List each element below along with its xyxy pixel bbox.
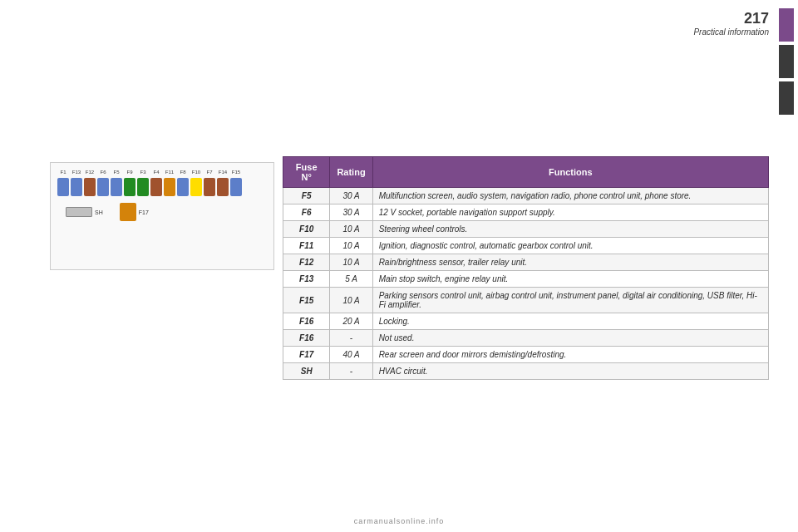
- fuse-bottom-row: SH F17: [66, 203, 267, 221]
- fuse-cell-rating: 30 A: [330, 188, 372, 204]
- fuse-cell-rating: 10 A: [330, 288, 372, 313]
- fuse-lbl-f10: F10: [190, 170, 202, 175]
- fuse-lbl-f3: F3: [137, 170, 149, 175]
- table-row: F630 A12 V socket, portable navigation s…: [283, 204, 769, 221]
- fuse-diagram: F1 F13 F12 F6 F5 F9 F3 F4 F11 F8 F10 F7 …: [50, 162, 274, 270]
- right-sidebar: [775, 0, 798, 532]
- table-row: SH-HVAC circuit.: [283, 363, 769, 380]
- fuse-lbl-f1: F1: [57, 170, 69, 175]
- fuse-cell-rating: 10 A: [330, 221, 372, 238]
- fuse-cell-rating: -: [330, 363, 372, 380]
- fuse-cell-rating: -: [330, 330, 372, 347]
- fuse-block-f1: [57, 178, 69, 196]
- table-row: F16-Not used.: [283, 330, 769, 347]
- fuse-lbl-f13: F13: [71, 170, 82, 175]
- table-row: F1740 ARear screen and door mirrors demi…: [283, 347, 769, 363]
- fuse-block-f4: [150, 178, 162, 196]
- fuse-cell-fuse: F15: [283, 288, 330, 313]
- sidebar-block-dark1: [779, 45, 794, 78]
- fuse-block-f12: [84, 178, 96, 196]
- fuse-f17-group: F17: [120, 203, 149, 221]
- fuse-cell-function: Locking.: [372, 313, 768, 330]
- sidebar-block-purple: [779, 8, 794, 42]
- fuse-cell-rating: 40 A: [330, 347, 372, 363]
- fuse-cell-rating: 30 A: [330, 204, 372, 221]
- fuse-f17-rect: [120, 203, 136, 221]
- table-row: F530 AMultifunction screen, audio system…: [283, 188, 769, 204]
- sidebar-block-dark2: [779, 81, 794, 115]
- fuse-block-f7: [204, 178, 215, 196]
- fuse-lbl-f9: F9: [124, 170, 135, 175]
- fuse-cell-fuse: F10: [283, 221, 330, 238]
- fuse-lbl-f14: F14: [217, 170, 229, 175]
- fuse-lbl-f4: F4: [150, 170, 162, 175]
- fuse-cell-fuse: F6: [283, 204, 330, 221]
- fuse-block-f8: [177, 178, 189, 196]
- fuse-cell-function: HVAC circuit.: [372, 363, 768, 380]
- fuse-f17-label: F17: [139, 209, 149, 215]
- fuse-cell-fuse: SH: [283, 363, 330, 380]
- fuse-cell-rating: 10 A: [330, 238, 372, 254]
- fuse-cell-fuse: F13: [283, 271, 330, 288]
- fuse-lbl-f8: F8: [177, 170, 189, 175]
- fuse-cell-fuse: F17: [283, 347, 330, 363]
- fuse-lbl-f7: F7: [204, 170, 215, 175]
- fuse-lbl-f5: F5: [111, 170, 122, 175]
- fuse-table: Fuse N° Rating Functions F530 AMultifunc…: [283, 156, 769, 380]
- fuse-cell-function: Rain/brightness sensor, trailer relay un…: [372, 254, 768, 271]
- fuse-cell-function: Parking sensors control unit, airbag con…: [372, 288, 768, 313]
- fuse-lbl-f15: F15: [230, 170, 242, 175]
- fuse-block-f15: [230, 178, 242, 196]
- fuse-sh-group: SH: [66, 207, 103, 217]
- fuse-cell-function: Main stop switch, engine relay unit.: [372, 271, 768, 288]
- fuse-cell-function: 12 V socket, portable navigation support…: [372, 204, 768, 221]
- table-row: F1210 ARain/brightness sensor, trailer r…: [283, 254, 769, 271]
- table-row: F1110 AIgnition, diagnostic control, aut…: [283, 238, 769, 254]
- fuse-sh-rect: [66, 207, 92, 217]
- fuse-block-f11: [164, 178, 175, 196]
- fuse-table-container: Fuse N° Rating Functions F530 AMultifunc…: [283, 156, 769, 380]
- page-header: 217 Practical information: [693, 10, 769, 37]
- fuse-block-f9: [124, 178, 135, 196]
- col-header-fuse: Fuse N°: [283, 157, 330, 188]
- fuse-block-f3: [137, 178, 149, 196]
- fuse-cell-fuse: F11: [283, 238, 330, 254]
- table-row: F1510 AParking sensors control unit, air…: [283, 288, 769, 313]
- fuse-cell-function: Rear screen and door mirrors demisting/d…: [372, 347, 768, 363]
- fuse-sh-label: SH: [95, 209, 103, 215]
- fuse-lbl-f12: F12: [84, 170, 96, 175]
- fuse-cell-function: Not used.: [372, 330, 768, 347]
- table-row: F1010 ASteering wheel controls.: [283, 221, 769, 238]
- fuse-cell-fuse: F12: [283, 254, 330, 271]
- fuse-cell-rating: 5 A: [330, 271, 372, 288]
- fuse-block-row: [57, 178, 267, 196]
- fuse-cell-rating: 10 A: [330, 254, 372, 271]
- fuse-block-f10: [190, 178, 202, 196]
- fuse-block-f6: [97, 178, 109, 196]
- page-subtitle: Practical information: [693, 27, 769, 37]
- table-row: F1620 ALocking.: [283, 313, 769, 330]
- fuse-cell-function: Multifunction screen, audio system, navi…: [372, 188, 768, 204]
- fuse-lbl-f6: F6: [97, 170, 109, 175]
- fuse-label-row: F1 F13 F12 F6 F5 F9 F3 F4 F11 F8 F10 F7 …: [57, 170, 267, 175]
- fuse-cell-fuse: F16: [283, 330, 330, 347]
- fuse-block-f5: [111, 178, 122, 196]
- col-header-rating: Rating: [330, 157, 372, 188]
- fuse-cell-fuse: F16: [283, 313, 330, 330]
- table-row: F135 AMain stop switch, engine relay uni…: [283, 271, 769, 288]
- fuse-block-f13: [71, 178, 82, 196]
- page-number: 217: [693, 10, 769, 27]
- watermark: carmanualsonline.info: [354, 517, 445, 525]
- fuse-block-f14: [217, 178, 229, 196]
- col-header-functions: Functions: [372, 157, 768, 188]
- fuse-cell-function: Steering wheel controls.: [372, 221, 768, 238]
- fuse-lbl-f11: F11: [164, 170, 175, 175]
- fuse-cell-fuse: F5: [283, 188, 330, 204]
- fuse-cell-function: Ignition, diagnostic control, automatic …: [372, 238, 768, 254]
- fuse-cell-rating: 20 A: [330, 313, 372, 330]
